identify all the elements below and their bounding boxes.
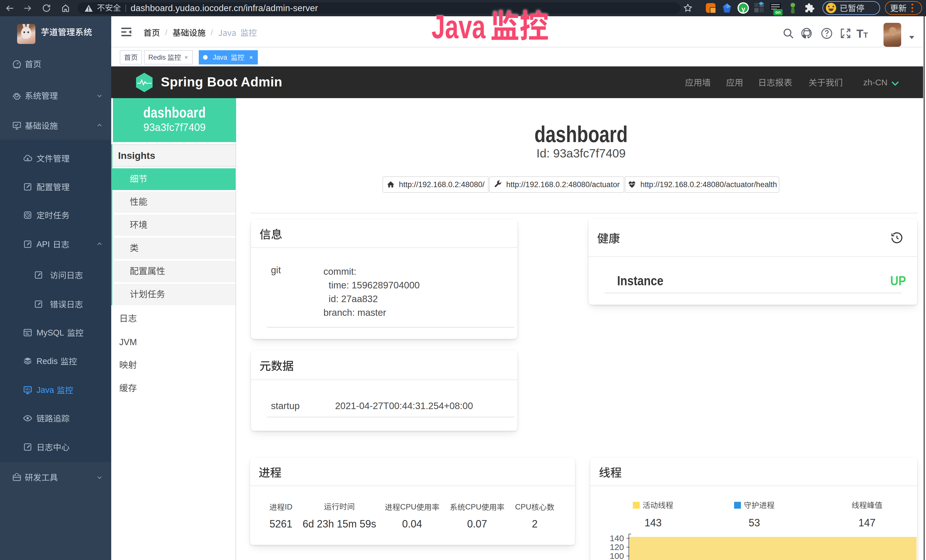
svg-text:140: 140 [610,533,624,543]
svg-text:100: 100 [610,551,624,560]
svg-text:120: 120 [610,542,624,552]
